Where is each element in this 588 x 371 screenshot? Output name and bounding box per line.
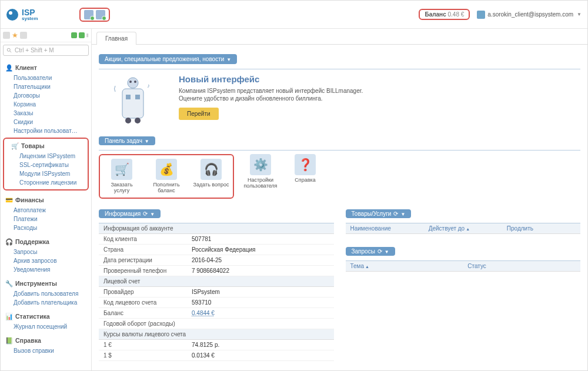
promo-title: Новый интерфейс [179,74,363,84]
info-value[interactable]: 0.4844 € [192,310,329,316]
promo-go-button[interactable]: Перейти [179,108,219,120]
collapse-icon[interactable] [79,32,85,38]
tab-main[interactable]: Главная [96,32,136,45]
task-panel: 🛒Заказать услугу💰Пополнить баланс🎧Задать… [99,154,580,199]
task-item[interactable]: ⚙️Настройки пользователя [242,154,279,199]
promo-illustration: ♪ [99,74,169,127]
svg-point-8 [125,118,131,123]
col-name[interactable]: Наименование [346,223,424,233]
money-icon: 💳 [5,196,12,203]
sidebar-item[interactable]: Пользователи [14,73,91,82]
sidebar-item[interactable]: Платежи [14,215,91,223]
sidebar-group-header[interactable]: 📊Статистика [1,312,91,321]
info-row: 1 €74.8125 р. [99,340,334,350]
sidebar-group-wrench: 🔧ИнструментыДобавить пользователяДобавит… [1,279,91,307]
refresh-icon[interactable]: ⟳ [377,248,382,255]
services-section-tag[interactable]: Товары/Услуги⟳▼ [346,209,412,218]
task-icon: 💰 [156,159,177,180]
svg-point-4 [129,81,132,83]
sidebar-item[interactable]: Лицензии ISPsystem [19,152,85,161]
sidebar-item[interactable]: Архив запросов [14,256,91,265]
sidebar-item[interactable]: Запросы [14,248,91,256]
logo[interactable]: ISP system [6,8,38,21]
sidebar-group-header[interactable]: 🛒Товары [6,141,85,151]
balance-display[interactable]: Баланс 0.48 € [419,9,470,20]
refresh-icon[interactable]: ⟳ [143,210,148,217]
task-label: Задать вопрос [193,182,229,188]
col-expires[interactable]: Действует до▲ [424,223,502,233]
sidebar-item[interactable]: Плательщики [14,82,91,91]
info-row: ПровайдерISPsystem [99,287,334,298]
promo-section-tag[interactable]: Акции, специальные предложения, новости▼ [99,54,237,64]
refresh-icon[interactable]: ⟳ [393,210,398,217]
drag-handle-icon[interactable]: ⦀ [86,32,89,39]
sidebar-item[interactable]: Добавить пользователя [14,289,91,298]
info-row: Баланс0.4844 € [99,308,334,319]
sidebar-group-money: 💳ФинансыАвтоплатежПлатежиРасходы [1,195,91,232]
sidebar-item[interactable]: Настройки пользоват… [14,126,91,135]
info-row: Дата регистрации2016-04-25 [99,255,334,266]
logo-brand: ISP [22,8,38,16]
col-status[interactable]: Статус [463,261,580,271]
info-key: Дата регистрации [103,257,192,263]
list-icon[interactable] [20,32,27,39]
task-item[interactable]: 🎧Задать вопрос [193,159,229,194]
task-item[interactable]: 💰Пополнить баланс [148,159,185,194]
info-section-tag[interactable]: Информация⟳▼ [99,209,161,218]
info-key: 1 € [103,342,192,348]
promo-banner: ♪ Новый интерфейс Компания ISPsystem пре… [99,69,580,132]
tickets-section-tag[interactable]: Запросы⟳▼ [346,247,395,256]
svg-point-3 [128,78,138,88]
info-value: 0.0134 € [192,352,329,359]
sidebar-item[interactable]: Скидки [14,118,91,126]
svg-point-5 [134,81,136,83]
task-label: Настройки пользователя [242,178,279,189]
info-subheader: Информация об аккаунте [99,223,334,234]
sidebar-item[interactable]: Уведомления [14,265,91,274]
chevron-down-icon: ▼ [226,57,231,62]
col-subject[interactable]: Тема▲ [346,261,463,271]
sidebar-item[interactable]: Вызов справки [14,346,91,355]
refresh-icon[interactable] [84,10,93,19]
chart-icon: 📊 [5,313,12,320]
sidebar-item[interactable]: Расходы [14,223,91,232]
task-label: Заказать услугу [103,182,140,194]
tab-strip: Главная [92,29,587,45]
sidebar-item[interactable]: Журнал посещений [14,322,91,331]
task-item[interactable]: 🛒Заказать услугу [103,159,140,194]
task-section-tag[interactable]: Панель задач▼ [99,136,155,145]
top-action-icons [79,8,110,22]
star-icon[interactable]: ★ [12,31,18,39]
sidebar-item[interactable]: Договоры [14,91,91,100]
sidebar-group-header[interactable]: 🔧Инструменты [1,279,91,288]
info-key: Годовой оборот (расходы) [103,320,192,327]
sidebar-item[interactable]: SSL-сертификаты [19,161,85,169]
chevron-down-icon: ▼ [385,249,389,255]
sidebar-item[interactable]: Сторонние лицензии [19,178,85,187]
grid-icon[interactable] [3,32,10,39]
info-row: СтранаРоссийская Федерация [99,245,334,255]
promo-line2: Оцените удобство и дизайн обновленного б… [179,95,363,102]
sidebar-item[interactable]: Заказы [14,109,91,118]
sidebar-group-header[interactable]: 👤Клиент [1,63,91,72]
help-icon: 📗 [5,337,12,344]
col-renew[interactable]: Продлить [502,223,580,233]
sidebar-group-header[interactable]: 💳Финансы [1,195,91,205]
sidebar-group-header[interactable]: 📗Справка [1,336,91,345]
user-menu[interactable]: a.sorokin_client@ispsystem.com ▼ [477,11,582,19]
sidebar-search[interactable]: Ctrl + Shift + M [3,45,89,56]
sidebar-item[interactable]: Модули ISPsystem [19,169,85,178]
sidebar-item[interactable]: Добавить плательщика [14,298,91,307]
task-item[interactable]: ❓Справка [287,154,323,199]
task-highlight-box: 🛒Заказать услугу💰Пополнить баланс🎧Задать… [99,154,234,199]
info-key: 1 $ [103,352,192,359]
sidebar-item[interactable]: Автоплатеж [14,206,91,215]
sidebar-group-person: 👤КлиентПользователиПлательщикиДоговорыКо… [1,63,91,135]
cart-icon: 🛒 [11,142,18,149]
sidebar-group-header[interactable]: 🎧Поддержка [1,237,91,246]
svg-rect-7 [135,95,140,99]
expand-icon[interactable] [71,32,77,38]
save-icon[interactable] [96,10,105,19]
svg-point-0 [7,48,10,51]
sidebar-item[interactable]: Корзина [14,100,91,109]
